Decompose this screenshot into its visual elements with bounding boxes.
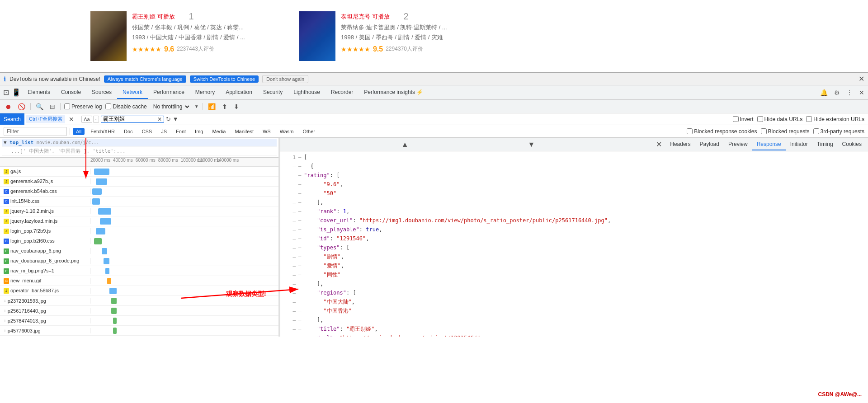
info-bar-close-icon[interactable]: ✕ [859,75,864,83]
filter-other[interactable]: Other [299,128,318,135]
net-row-ga[interactable]: Jga.js [0,167,278,177]
record-button[interactable]: ⏺ [4,103,13,111]
net-row-genrerank-css[interactable]: Cgenrerank.b54ab.css [0,187,278,197]
close-devtools-icon[interactable]: ✕ [857,88,866,97]
filter-all[interactable]: All [73,128,85,135]
tab-preview[interactable]: Preview [724,139,752,150]
net-row-p3[interactable]: +p2578474013.jpg [0,316,278,326]
filter-input[interactable] [4,127,67,136]
chevron-down-icon[interactable]: ▼ [173,116,179,122]
tab-response[interactable]: Response [752,139,786,150]
net-row-nav-qr[interactable]: Pnav_doubanapp_6_qrcode.png [0,256,278,266]
filter-ws[interactable]: WS [259,128,274,135]
movie-title-2[interactable]: 泰坦尼克号 可播放 [341,12,390,21]
filter-doc[interactable]: Doc [121,128,136,135]
hide-ext-urls-label[interactable]: Hide extension URLs [806,116,864,122]
net-row-lazy[interactable]: Jjquery.lazyload.min.js [0,216,278,226]
search-input[interactable] [103,116,157,122]
net-row-menu-gif[interactable]: Gnew_menu.gif [0,276,278,286]
tab-application[interactable]: Application [220,86,258,99]
filter-media[interactable]: Media [209,128,229,135]
detail-close-button[interactable]: ✕ [656,140,662,149]
net-row-jquery[interactable]: Jjquery-1.10.2.min.js [0,206,278,216]
net-row-nav-png[interactable]: Pnav_coubanapp_6.png [0,246,278,256]
search-close-icon[interactable]: ✕ [67,116,76,123]
tab-sources[interactable]: Sources [86,86,117,99]
tab-cookies[interactable]: Cookies [838,139,866,150]
filter-fetch-xhr[interactable]: Fetch/XHR [87,128,118,135]
inspect-icon[interactable]: ⊡ [2,88,10,97]
net-row-nav-bg[interactable]: Pnav_m_bg.png?s=1 [0,266,278,276]
preserve-log-checkbox[interactable] [64,103,70,109]
filter-manifest[interactable]: Manifest [231,128,257,135]
net-row-p1[interactable]: +p2372301593.jpg [0,296,278,306]
more-options-icon[interactable]: ⋮ [844,88,854,97]
device-icon[interactable]: 📱 [10,88,22,97]
dot-button[interactable]: · [93,116,99,123]
movie-title-1[interactable]: 霸王别姬 可播放 [132,12,175,21]
tab-timing[interactable]: Timing [812,139,838,150]
upload-har-icon[interactable]: ⬆ [221,103,229,111]
wifi-icon[interactable]: 📶 [207,103,217,111]
filter-wasm[interactable]: Wasm [277,128,297,135]
net-row-login-css[interactable]: Clogin_pop.b2f60.css [0,236,278,246]
tab-recorder[interactable]: Recorder [326,86,359,99]
tab-console[interactable]: Console [56,86,86,99]
search-network-button[interactable]: 🔍 [34,103,45,111]
filter-css[interactable]: CSS [139,128,156,135]
tab-performance[interactable]: Performance [148,86,190,99]
tab-lighthouse[interactable]: Lighthouse [288,86,326,99]
filter-font[interactable]: Font [173,128,189,135]
third-party-requests-label[interactable]: 3rd-party requests [813,128,864,135]
net-row-genrerank-a[interactable]: Jgenrerank.a927b.js [0,177,278,187]
case-sensitive-button[interactable]: Aa [81,116,92,123]
disable-cache-checkbox[interactable] [105,103,111,109]
tab-initiator[interactable]: Initiator [786,139,812,150]
tab-network[interactable]: Network [117,86,148,99]
clear-button[interactable]: 🚫 [16,103,27,111]
tab-headers[interactable]: Headers [665,139,695,150]
settings-icon[interactable]: ⚙ [832,88,842,97]
blocked-requests-label[interactable]: Blocked requests [761,128,810,135]
net-row-login-js[interactable]: Jlogin_pop.7f2b9.js [0,226,278,236]
blocked-response-cookies-checkbox[interactable] [687,128,693,134]
net-row-piwik-js[interactable]: Jpiwik.js [0,336,278,337]
detail-up-icon[interactable]: ▲ [401,141,409,149]
preserve-log-label[interactable]: Preserve log [64,103,102,110]
hide-data-urls-checkbox[interactable] [757,116,763,122]
filter-button[interactable]: ⊟ [48,103,57,111]
search-clear-icon[interactable]: ✕ [157,116,162,122]
tab-elements[interactable]: Elements [22,86,56,99]
tab-security[interactable]: Security [258,86,288,99]
third-party-checkbox[interactable] [813,128,819,134]
net-row-init-css[interactable]: Cinit.15f4b.css [0,197,278,206]
dont-show-again-button[interactable]: Don't show again [262,75,308,83]
notification-icon[interactable]: 🔔 [818,88,830,97]
filter-js[interactable]: JS [158,128,170,135]
throttle-select[interactable]: No throttling [151,103,191,110]
dom-row-1[interactable]: ▼ top_list movie.douban.com/j/c... [2,139,277,147]
hide-ext-urls-checkbox[interactable] [806,116,812,122]
score-2: 9.5 [373,45,383,53]
detail-down-icon[interactable]: ▼ [528,141,535,149]
switch-to-chinese-button[interactable]: Switch DevTools to Chinese [190,75,259,83]
disable-cache-label[interactable]: Disable cache [105,103,146,110]
net-row-p2[interactable]: +p2561716440.jpg [0,306,278,316]
refresh-icon[interactable]: ↻ [166,116,171,122]
invert-label[interactable]: Invert [733,116,754,122]
json-line-18: – – "中国香港" [282,307,866,316]
hide-data-urls-label[interactable]: Hide data URLs [757,116,803,122]
blocked-response-cookies-label[interactable]: Blocked response cookies [687,128,757,135]
download-har-icon[interactable]: ⬇ [232,103,241,111]
match-language-button[interactable]: Always match Chrome's language [104,75,186,83]
tab-memory[interactable]: Memory [190,86,220,99]
net-row-p4[interactable]: +p45776003.jpg [0,326,278,336]
filter-img[interactable]: Img [192,128,206,135]
tab-performance-insights[interactable]: Performance insights ⚡ [359,86,429,99]
tab-payload[interactable]: Payload [695,139,724,150]
net-row-operator[interactable]: Joperator_bar.58b87.js [0,286,278,296]
invert-checkbox[interactable] [733,116,739,122]
blocked-requests-checkbox[interactable] [761,128,767,134]
dom-row-2[interactable]: ...[' 中国大陆', '中国香港'], 'title':... [2,147,277,156]
net-name-operator: Joperator_bar.58b87.js [0,288,90,294]
